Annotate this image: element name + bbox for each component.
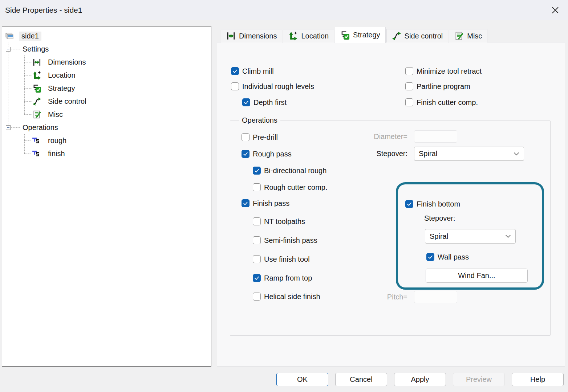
checkbox[interactable] — [405, 82, 413, 90]
tree-item-label: Settings — [23, 45, 49, 53]
checkbox[interactable] — [231, 82, 239, 90]
checkbox[interactable] — [242, 98, 250, 106]
stepover-label: Stepover: — [346, 150, 407, 158]
tree-item-location[interactable]: Location — [2, 69, 211, 82]
button-preview[interactable]: Preview — [453, 373, 505, 386]
checkbox-label: Pre-drill — [253, 133, 278, 142]
strategy-icon — [340, 30, 350, 40]
checkbox-row-bi-directional-rough: Bi-directional rough — [253, 165, 328, 176]
tree-item-strategy[interactable]: Strategy — [2, 82, 211, 95]
finish-bottom-stepover-value: Spiral — [430, 232, 448, 241]
checkbox-row-semi-finish-pass: Semi-finish pass — [253, 234, 328, 246]
dimensions-icon — [226, 31, 236, 41]
checkbox[interactable] — [231, 67, 239, 75]
tab-strategy[interactable]: Strategy — [335, 27, 385, 43]
stepover-select[interactable]: Spiral — [414, 147, 524, 161]
checkbox[interactable] — [253, 183, 261, 191]
chevron-down-icon — [514, 152, 519, 156]
checkbox-row-ramp-from-top: Ramp from top — [253, 272, 328, 284]
tree-item-finish[interactable]: finish — [2, 147, 211, 160]
wall-pass-label: Wall pass — [438, 253, 469, 261]
tree-item-label: Strategy — [48, 84, 75, 93]
checkbox-label: Climb mill — [242, 67, 274, 75]
checkbox-row-use-finish-tool: Use finish tool — [253, 253, 328, 265]
tab-dimensions[interactable]: Dimensions — [221, 29, 282, 42]
side-control-icon — [392, 31, 401, 41]
checkbox[interactable] — [253, 255, 261, 263]
tree-item-settings[interactable]: Settings — [2, 42, 211, 56]
tab-misc[interactable]: Misc — [449, 29, 487, 42]
tree-item-dimensions[interactable]: Dimensions — [2, 56, 211, 69]
tree-item-operations[interactable]: Operations — [2, 121, 211, 134]
checkbox[interactable] — [253, 167, 261, 175]
finish-bottom-checkbox[interactable] — [405, 200, 413, 208]
wall-pass-row: Wall pass — [426, 251, 469, 263]
general-options-right: Minimize tool retract Partline program F… — [405, 65, 482, 108]
tree-item-side1[interactable]: side1 — [2, 29, 211, 42]
checkbox[interactable] — [253, 217, 261, 225]
stepover-select-value: Spiral — [419, 150, 437, 158]
tree-item-label: Side control — [48, 97, 86, 106]
checkbox-row-rough-cutter-comp: Rough cutter comp. — [253, 181, 328, 193]
tree-item-side-control[interactable]: Side control — [2, 95, 211, 108]
location-icon — [32, 71, 41, 80]
tree-item-misc[interactable]: Misc — [2, 108, 211, 121]
tool-icon — [31, 149, 40, 158]
checkbox-label: Individual rough levels — [242, 82, 314, 91]
checkbox-label: Bi-directional rough — [264, 167, 326, 175]
checkbox-label: Helical side finish — [264, 293, 320, 301]
checkbox[interactable] — [253, 236, 261, 244]
tab-side-control[interactable]: Side control — [386, 29, 449, 42]
operations-options: Pre-drill Rough pass Bi-directional roug… — [242, 131, 328, 302]
diameter-input — [414, 130, 457, 143]
checkbox-label: Depth first — [253, 98, 287, 107]
tab-bar: Dimensions Location Strategy Side contro… — [221, 27, 487, 42]
checkbox-label: Semi-finish pass — [264, 236, 317, 245]
checkbox-label: Rough cutter comp. — [264, 183, 328, 192]
checkbox[interactable] — [253, 274, 261, 282]
tree-collapse-toggle[interactable] — [6, 125, 11, 130]
checkbox[interactable] — [405, 98, 413, 106]
strategy-icon — [32, 84, 41, 93]
tab-location[interactable]: Location — [283, 29, 334, 42]
tree-panel: side1 Settings Dimensions Location S — [2, 26, 211, 367]
wall-pass-checkbox[interactable] — [426, 253, 434, 261]
titlebar: Side Properties - side1 — [0, 0, 568, 20]
tree-item-label: finish — [48, 150, 65, 158]
checkbox[interactable] — [242, 199, 249, 207]
tree-item-rough[interactable]: rough — [2, 134, 211, 147]
checkbox-label: Partline program — [417, 82, 470, 91]
tree: side1 Settings Dimensions Location S — [2, 29, 211, 160]
button-cancel[interactable]: Cancel — [335, 373, 387, 386]
misc-icon — [454, 31, 464, 41]
dimensions-icon — [32, 58, 41, 67]
checkbox[interactable] — [242, 133, 249, 141]
checkbox-row-depth-first: Depth first — [242, 97, 314, 108]
checkbox-label: Use finish tool — [264, 255, 310, 264]
checkbox[interactable] — [405, 67, 413, 75]
tree-item-label: rough — [48, 136, 66, 145]
checkbox-label: Finish cutter comp. — [417, 98, 478, 107]
diameter-label: Diameter= — [346, 132, 407, 141]
tree-collapse-toggle[interactable] — [6, 47, 11, 52]
checkbox[interactable] — [253, 293, 261, 301]
button-apply[interactable]: Apply — [394, 373, 446, 386]
button-help[interactable]: Help — [512, 373, 564, 386]
tree-item-label: side1 — [19, 32, 41, 41]
side-properties-dialog: Side Properties - side1 side1 — [0, 0, 568, 392]
checkbox[interactable] — [242, 150, 249, 158]
button-ok[interactable]: OK — [276, 373, 328, 386]
misc-icon — [32, 110, 41, 119]
checkbox-row-finish-pass: Finish pass — [242, 197, 328, 209]
finish-bottom-stepover-label: Stepover: — [424, 214, 455, 222]
checkbox-row-nt-toolpaths: NT toolpaths — [253, 216, 328, 227]
checkbox-row-finish-cutter-comp: Finish cutter comp. — [405, 97, 482, 108]
operations-groupbox-title: Operations — [239, 116, 280, 124]
tree-item-label: Location — [48, 71, 76, 79]
finish-bottom-label: Finish bottom — [417, 200, 460, 208]
checkbox-label: Rough pass — [253, 150, 292, 158]
checkbox-label: Finish pass — [253, 199, 289, 208]
wind-fan-button[interactable]: Wind Fan... — [426, 269, 528, 283]
finish-bottom-stepover-select[interactable]: Spiral — [425, 229, 516, 244]
close-icon[interactable] — [548, 3, 563, 18]
